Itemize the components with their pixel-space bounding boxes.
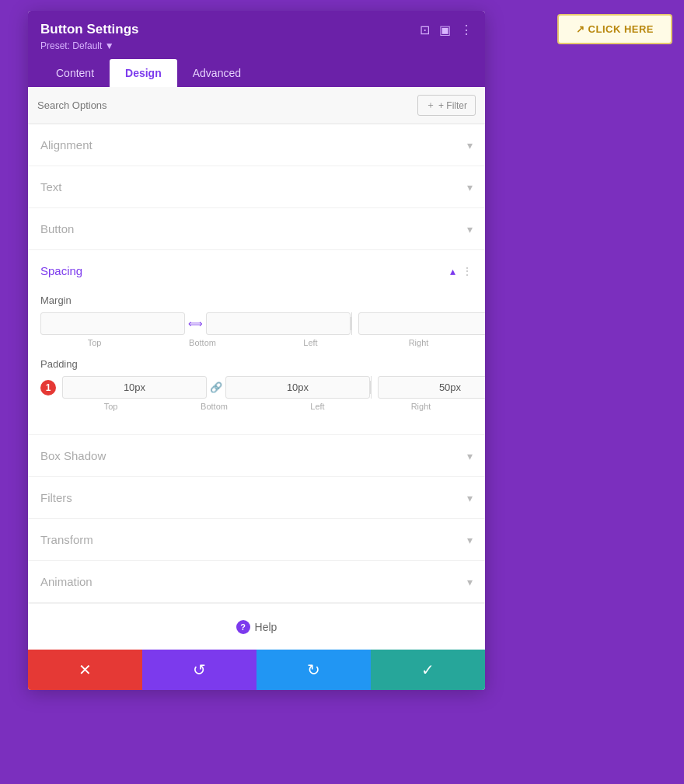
chevron-down-icon: ▾: [467, 576, 473, 588]
section-button: Button ▾: [28, 208, 485, 250]
cancel-button[interactable]: ✕: [28, 650, 142, 690]
section-filters-header[interactable]: Filters ▾: [28, 477, 485, 518]
help-label: Help: [255, 621, 277, 633]
padding-bottom-input[interactable]: [225, 376, 370, 399]
margin-left-right: ⟺: [351, 312, 485, 335]
panel-header: Button Settings ⊡ ▣ ⋮ Preset: Default ▼ …: [28, 11, 485, 87]
help-icon: ?: [236, 620, 250, 634]
chevron-down-icon: ▾: [467, 223, 473, 235]
tab-advanced[interactable]: Advanced: [177, 59, 256, 87]
panel-title: Button Settings: [40, 22, 139, 37]
padding-bottom-label: Bottom: [162, 402, 266, 411]
undo-button[interactable]: ↺: [142, 650, 256, 690]
margin-label: Margin: [40, 294, 473, 306]
chevron-down-icon: ▾: [467, 450, 473, 462]
margin-left-input[interactable]: [358, 312, 485, 335]
section-text-header[interactable]: Text ▾: [28, 166, 485, 207]
filter-button[interactable]: ＋ + Filter: [417, 95, 476, 116]
chevron-up-icon[interactable]: ▴: [450, 265, 455, 277]
chevron-down-icon: ▾: [467, 534, 473, 546]
padding-top-bottom: 🔗: [62, 376, 370, 399]
tab-design[interactable]: Design: [110, 59, 177, 87]
filter-label: + Filter: [438, 100, 467, 111]
margin-top-bottom: ⟺: [40, 312, 351, 335]
margin-labels: Top Bottom Left Right: [40, 338, 473, 347]
margin-top-label: Top: [40, 338, 148, 347]
section-transform: Transform ▾: [28, 519, 485, 561]
tab-content[interactable]: Content: [40, 59, 110, 87]
margin-bottom-label: Bottom: [148, 338, 256, 347]
chevron-down-icon: ▾: [467, 492, 473, 504]
margin-inputs: ⟺ ⟺: [40, 312, 485, 335]
more-icon[interactable]: ⋮: [460, 23, 473, 37]
padding-right-label: Right: [369, 402, 473, 411]
redo-button[interactable]: ↻: [256, 650, 371, 690]
section-transform-title: Transform: [40, 533, 93, 546]
padding-left-right: ⟺: [371, 376, 485, 399]
section-button-header[interactable]: Button ▾: [28, 208, 485, 249]
chevron-down-icon: ▾: [467, 181, 473, 193]
section-box-shadow: Box Shadow ▾: [28, 435, 485, 477]
more-options-icon[interactable]: ⋮: [462, 265, 473, 277]
section-alignment: Alignment ▾: [28, 124, 485, 166]
section-box-shadow-header[interactable]: Box Shadow ▾: [28, 435, 485, 476]
bottom-toolbar: ✕ ↺ ↻ ✓: [28, 650, 485, 690]
search-input[interactable]: [37, 99, 417, 111]
columns-icon[interactable]: ▣: [439, 23, 451, 37]
section-transform-header[interactable]: Transform ▾: [28, 519, 485, 560]
spacing-content: Margin ⟺ ⟺ Top: [28, 291, 485, 434]
help-area: ? Help: [28, 603, 485, 650]
click-here-button[interactable]: ↗ CLICK HERE: [557, 14, 672, 44]
section-alignment-title: Alignment: [40, 138, 92, 152]
padding-inputs: 🔗 ⟺: [62, 376, 485, 399]
margin-row: ⟺ ⟺: [40, 312, 473, 335]
padding-top-input[interactable]: [62, 376, 207, 399]
margin-right-label: Right: [365, 338, 473, 347]
margin-top-input[interactable]: [40, 312, 185, 335]
panel-icon-group: ⊡ ▣ ⋮: [420, 23, 473, 37]
section-button-title: Button: [40, 222, 74, 235]
save-button[interactable]: ✓: [371, 650, 485, 690]
margin-left-label: Left: [256, 338, 365, 347]
padding-badge: 1: [40, 380, 56, 395]
screen-icon[interactable]: ⊡: [420, 23, 430, 37]
spacing-section-icons: ▴ ⋮: [450, 265, 473, 277]
padding-row: 1 🔗 ⟺: [40, 376, 473, 399]
margin-bottom-input[interactable]: [206, 312, 351, 335]
section-filters: Filters ▾: [28, 477, 485, 519]
section-alignment-header[interactable]: Alignment ▾: [28, 124, 485, 166]
padding-left-label: Left: [266, 402, 369, 411]
section-filters-title: Filters: [40, 491, 72, 504]
section-spacing-header[interactable]: Spacing ▴ ⋮: [28, 250, 485, 291]
link-chain-icon[interactable]: 🔗: [210, 382, 222, 393]
section-text-title: Text: [40, 180, 62, 193]
tab-group: Content Design Advanced: [40, 59, 473, 87]
section-animation-title: Animation: [40, 575, 92, 588]
padding-label: Padding: [40, 358, 473, 370]
section-animation-header[interactable]: Animation ▾: [28, 561, 485, 602]
search-bar: ＋ + Filter: [28, 87, 485, 124]
preset-label[interactable]: Preset: Default ▼: [40, 40, 473, 51]
section-box-shadow-title: Box Shadow: [40, 449, 106, 462]
padding-top-label: Top: [40, 402, 162, 411]
section-animation: Animation ▾: [28, 561, 485, 603]
padding-labels: Top Bottom Left Right: [40, 402, 473, 411]
chevron-down-icon: ▾: [467, 139, 473, 152]
section-text: Text ▾: [28, 166, 485, 208]
section-spacing-title: Spacing: [40, 264, 82, 277]
filter-plus-icon: ＋: [426, 99, 435, 112]
section-spacing: Spacing ▴ ⋮ Margin ⟺ ⟺: [28, 250, 485, 435]
help-button[interactable]: ? Help: [236, 620, 277, 634]
link-icon[interactable]: ⟺: [188, 318, 203, 329]
settings-panel: Button Settings ⊡ ▣ ⋮ Preset: Default ▼ …: [28, 11, 485, 690]
padding-left-input[interactable]: [378, 376, 485, 399]
